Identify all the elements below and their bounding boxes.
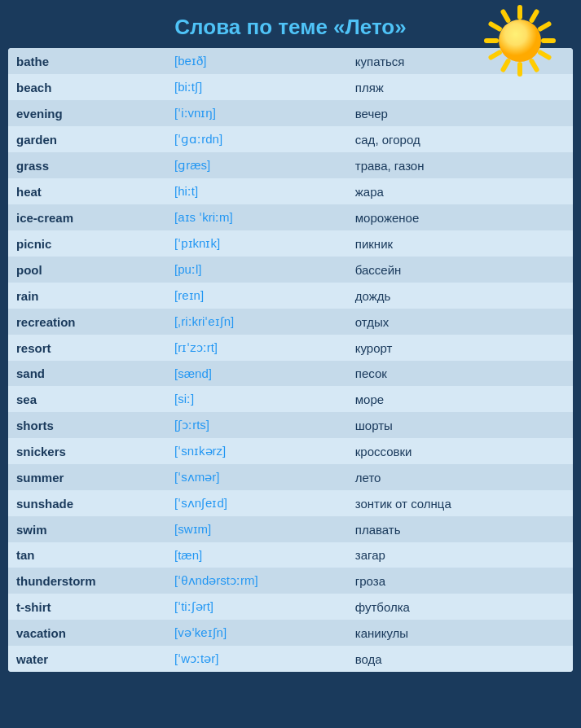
word-phonetic: [ˈɡɑːrdn]	[166, 126, 347, 152]
word-phonetic: [ɡræs]	[166, 152, 347, 178]
word-russian: отдых	[347, 309, 573, 335]
table-row: sunshade[ˈsʌnʃeɪd]зонтик от солнца	[8, 490, 573, 516]
word-english: water	[8, 646, 166, 672]
table-row: garden[ˈɡɑːrdn]сад, огород	[8, 126, 573, 152]
table-row: sea[siː]море	[8, 386, 573, 412]
word-phonetic: [siː]	[166, 386, 347, 412]
table-row: tan[tæn]загар	[8, 542, 573, 568]
svg-rect-5	[528, 58, 539, 73]
word-english: vacation	[8, 620, 166, 646]
word-phonetic: [rɪˈzɔːrt]	[166, 335, 347, 361]
sun-decoration	[483, 4, 557, 77]
word-russian: шорты	[347, 412, 573, 438]
svg-rect-7	[500, 58, 511, 73]
word-russian: мороженое	[347, 204, 573, 230]
table-row: vacation[vəˈkeɪʃn]каникулы	[8, 620, 573, 646]
table-row: picnic[ˈpɪknɪk]пикник	[8, 230, 573, 257]
word-russian: море	[347, 386, 573, 412]
table-row: recreation[ˌriːkriˈeɪʃn]отдых	[8, 309, 573, 335]
svg-rect-8	[487, 49, 503, 60]
table-row: thunderstorm[ˈθʌndərstɔːrm]гроза	[8, 568, 573, 594]
table-row: grass[ɡræs]трава, газон	[8, 152, 573, 178]
svg-rect-3	[541, 38, 556, 43]
word-phonetic: [puːl]	[166, 257, 347, 283]
word-english: grass	[8, 152, 166, 178]
word-english: beach	[8, 74, 166, 100]
word-english: thunderstorm	[8, 568, 166, 594]
word-english: rain	[8, 283, 166, 309]
word-english: sand	[8, 361, 166, 386]
word-phonetic: [ˌriːkriˈeɪʃn]	[166, 309, 347, 335]
table-row: beach[biːtʃ]пляж	[8, 74, 573, 100]
word-english: resort	[8, 335, 166, 361]
word-russian: футболка	[347, 594, 573, 620]
page-container: Слова по теме «Лето»	[0, 0, 581, 688]
svg-rect-2	[537, 20, 552, 32]
word-russian: жара	[347, 178, 573, 204]
word-phonetic: [ˈiːvnɪŋ]	[166, 100, 347, 126]
word-russian: плавать	[347, 516, 573, 542]
word-russian: кроссовки	[347, 438, 573, 464]
word-english: summer	[8, 464, 166, 490]
table-row: pool[puːl]бассейн	[8, 257, 573, 283]
table-row: rain[reɪn]дождь	[8, 283, 573, 309]
svg-rect-10	[487, 20, 503, 32]
word-english: ice-cream	[8, 204, 166, 230]
word-russian: пикник	[347, 230, 573, 257]
word-english: sea	[8, 386, 166, 412]
svg-rect-4	[537, 49, 552, 60]
word-english: snickers	[8, 438, 166, 464]
word-russian: трава, газон	[347, 152, 573, 178]
word-phonetic: [ˈwɔːtər]	[166, 646, 347, 672]
word-english: shorts	[8, 412, 166, 438]
page-title: Слова по теме «Лето»	[174, 15, 406, 39]
word-russian: гроза	[347, 568, 573, 594]
word-phonetic: [ʃɔːrts]	[166, 412, 347, 438]
table-row: heat[hiːt]жара	[8, 178, 573, 204]
word-phonetic: [ˈtiːʃərt]	[166, 594, 347, 620]
svg-point-12	[499, 20, 541, 62]
table-row: swim[swɪm]плавать	[8, 516, 573, 542]
word-english: recreation	[8, 309, 166, 335]
table-row: evening[ˈiːvnɪŋ]вечер	[8, 100, 573, 126]
word-english: picnic	[8, 230, 166, 257]
word-phonetic: [reɪn]	[166, 283, 347, 309]
svg-rect-9	[484, 38, 499, 43]
word-phonetic: [hiːt]	[166, 178, 347, 204]
svg-rect-1	[528, 8, 539, 24]
word-phonetic: [aɪs ˈkriːm]	[166, 204, 347, 230]
title-bar: Слова по теме «Лето»	[0, 0, 581, 48]
vocab-table-container: bathe[beɪð]купатьсяbeach[biːtʃ]пляжeveni…	[8, 48, 573, 672]
word-russian: лето	[347, 464, 573, 490]
svg-rect-11	[500, 8, 511, 24]
word-english: garden	[8, 126, 166, 152]
word-phonetic: [biːtʃ]	[166, 74, 347, 100]
table-row: resort[rɪˈzɔːrt]курорт	[8, 335, 573, 361]
word-english: bathe	[8, 48, 166, 74]
word-russian: дождь	[347, 283, 573, 309]
word-phonetic: [sænd]	[166, 361, 347, 386]
table-row: sand[sænd]песок	[8, 361, 573, 386]
word-english: t-shirt	[8, 594, 166, 620]
svg-rect-6	[517, 62, 522, 77]
word-phonetic: [beɪð]	[166, 48, 347, 74]
word-phonetic: [ˈsʌnʃeɪd]	[166, 490, 347, 516]
table-row: water[ˈwɔːtər]вода	[8, 646, 573, 672]
word-russian: песок	[347, 361, 573, 386]
word-russian: бассейн	[347, 257, 573, 283]
word-russian: пляж	[347, 74, 573, 100]
table-row: summer[ˈsʌmər]лето	[8, 464, 573, 490]
word-russian: зонтик от солнца	[347, 490, 573, 516]
table-row: snickers[ˈsnɪkərz]кроссовки	[8, 438, 573, 464]
word-russian: вода	[347, 646, 573, 672]
word-russian: вечер	[347, 100, 573, 126]
word-english: pool	[8, 257, 166, 283]
word-english: tan	[8, 542, 166, 568]
word-russian: сад, огород	[347, 126, 573, 152]
vocab-table: bathe[beɪð]купатьсяbeach[biːtʃ]пляжeveni…	[8, 48, 573, 672]
word-english: heat	[8, 178, 166, 204]
word-phonetic: [tæn]	[166, 542, 347, 568]
sun-rays-svg	[483, 4, 557, 77]
word-russian: загар	[347, 542, 573, 568]
word-english: sunshade	[8, 490, 166, 516]
